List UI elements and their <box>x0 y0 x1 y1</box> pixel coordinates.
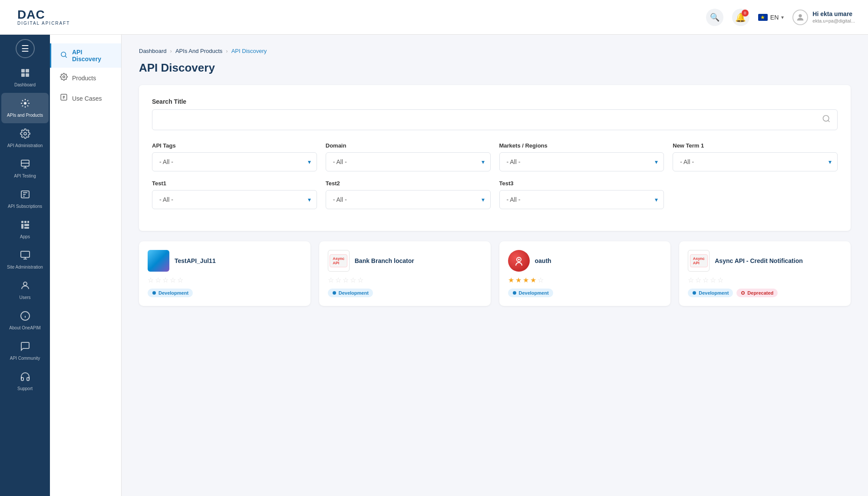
filter-test1-wrap: - All - ▾ <box>152 190 317 209</box>
star-2: ☆ <box>335 276 341 284</box>
sidebar-item-label: API Testing <box>14 174 36 179</box>
sidebar-item-label: Users <box>19 295 30 300</box>
sidebar-item-api-subscriptions[interactable]: API Subscriptions <box>1 184 49 214</box>
sidebar: ☰ Dashboard APIs and Products API Admini… <box>0 35 50 496</box>
sidebar-item-label: Dashboard <box>14 82 36 88</box>
search-input-wrap <box>152 109 838 130</box>
user-email: ekta.u+pa@digital... <box>812 18 855 24</box>
search-icon: 🔍 <box>710 13 719 22</box>
sidebar-item-about[interactable]: About OneAPIM <box>1 305 49 336</box>
api-admin-icon <box>20 128 30 141</box>
chevron-down-icon: ▾ <box>781 14 784 20</box>
sidebar-item-api-administration[interactable]: API Administration <box>1 123 49 154</box>
products-sub-icon <box>60 73 68 83</box>
card-badges: Development <box>508 289 662 297</box>
notifications-button[interactable]: 🔔 0 <box>732 9 749 26</box>
star-1: ☆ <box>688 276 694 284</box>
svg-rect-10 <box>24 221 26 223</box>
filter-test3: Test3 - All - ▾ <box>499 180 664 209</box>
filter-domain-select[interactable]: - All - <box>326 152 491 171</box>
api-subscriptions-icon <box>20 189 30 202</box>
sidebar-item-support[interactable]: Support <box>1 366 49 397</box>
search-title-label: Search Title <box>152 98 838 105</box>
support-icon <box>20 371 30 384</box>
card-title: Bank Branch locator <box>355 257 414 265</box>
star-4: ★ <box>530 276 536 284</box>
filter-test1: Test1 - All - ▾ <box>152 180 317 209</box>
sidebar-item-api-testing[interactable]: API Testing <box>1 154 49 184</box>
card-thumbnail <box>508 250 530 272</box>
top-header: DAC DIGITAL APICRAFT 🔍 🔔 0 ★ EN ▾ Hi ekt… <box>0 0 868 35</box>
filter-markets-select[interactable]: - All - <box>499 152 664 171</box>
filter-test1-select[interactable]: - All - <box>152 190 317 209</box>
community-icon <box>20 341 30 354</box>
sub-sidebar-item-api-discovery[interactable]: API Discovery <box>50 43 121 68</box>
filter-markets-regions-label: Markets / Regions <box>499 142 664 149</box>
card-thumbnail: AsyncAPI <box>688 250 710 272</box>
filter-api-tags: API Tags - All - ▾ <box>152 142 317 171</box>
svg-point-19 <box>63 76 65 78</box>
filter-api-tags-select[interactable]: - All - <box>152 152 317 171</box>
star-2: ★ <box>515 276 521 284</box>
user-name: Hi ekta umare <box>812 10 855 18</box>
star-5: ☆ <box>357 276 363 284</box>
sidebar-item-apps[interactable]: Apps <box>1 214 49 245</box>
sidebar-item-api-community[interactable]: API Community <box>1 336 49 366</box>
sub-sidebar-item-use-cases[interactable]: Use Cases <box>50 88 121 108</box>
svg-rect-4 <box>26 73 29 77</box>
filter-domain-wrap: - All - ▾ <box>326 152 491 171</box>
sidebar-toggle-button[interactable]: ☰ <box>16 39 35 58</box>
logo-text: DAC <box>17 9 70 21</box>
sidebar-item-dashboard[interactable]: Dashboard <box>1 62 49 93</box>
card-top: oauth <box>508 250 662 272</box>
filter-new-term-1-select[interactable]: - All - <box>673 152 838 171</box>
filter-test2-select[interactable]: - All - <box>326 190 491 209</box>
breadcrumb-apis-products[interactable]: APIs And Products <box>175 48 222 54</box>
filter-domain: Domain - All - ▾ <box>326 142 491 171</box>
svg-rect-9 <box>21 221 23 223</box>
sidebar-item-label: Apps <box>20 234 30 240</box>
card-thumbnail <box>148 250 169 272</box>
svg-point-26 <box>513 291 516 295</box>
star-4: ☆ <box>710 276 716 284</box>
search-input-icon <box>822 115 831 125</box>
svg-point-23 <box>333 291 336 295</box>
sidebar-item-site-administration[interactable]: Site Administration <box>1 245 49 275</box>
api-card-testapi-jul11[interactable]: TestAPI_Jul11 ☆ ☆ ☆ ☆ ☆ Development <box>139 241 310 306</box>
api-card-oauth[interactable]: oauth ★ ★ ★ ★ ☆ Development <box>499 241 671 306</box>
user-area[interactable]: Hi ekta umare ekta.u+pa@digital... <box>792 10 855 25</box>
api-card-bank-branch-locator[interactable]: AsyncAPI Bank Branch locator ☆ ☆ ☆ ☆ ☆ D… <box>319 241 491 306</box>
sidebar-item-apis-products[interactable]: APIs and Products <box>1 93 49 123</box>
api-card-async-credit[interactable]: AsyncAPI Async API - Credit Notification… <box>679 241 851 306</box>
card-top: TestAPI_Jul11 <box>148 250 302 272</box>
about-icon <box>20 311 30 324</box>
filter-test3-select[interactable]: - All - <box>499 190 664 209</box>
star-5: ☆ <box>177 276 183 284</box>
notif-badge: 0 <box>742 10 749 16</box>
svg-point-22 <box>152 291 156 295</box>
svg-point-0 <box>799 14 802 17</box>
search-input[interactable] <box>152 109 838 130</box>
badge-development: Development <box>148 289 193 297</box>
filter-test2-wrap: - All - ▾ <box>326 190 491 209</box>
header-search-button[interactable]: 🔍 <box>706 9 723 26</box>
breadcrumb-sep-2: › <box>226 48 228 54</box>
star-2: ☆ <box>155 276 161 284</box>
api-discovery-sub-icon <box>60 51 68 61</box>
star-1: ☆ <box>328 276 334 284</box>
svg-rect-14 <box>24 227 29 229</box>
svg-point-6 <box>24 132 26 135</box>
svg-rect-12 <box>21 224 23 229</box>
star-3: ☆ <box>162 276 168 284</box>
language-selector[interactable]: ★ EN ▾ <box>758 14 784 21</box>
logo-area: DAC DIGITAL APICRAFT <box>13 9 70 26</box>
breadcrumb-dashboard[interactable]: Dashboard <box>139 48 167 54</box>
star-5: ☆ <box>538 276 544 284</box>
lang-label: EN <box>770 14 779 21</box>
async-logo: AsyncAPI <box>330 254 347 267</box>
sidebar-item-users[interactable]: Users <box>1 275 49 305</box>
sub-sidebar-item-products[interactable]: Products <box>50 68 121 88</box>
svg-point-25 <box>518 259 520 260</box>
card-top: AsyncAPI Bank Branch locator <box>328 250 482 272</box>
apis-products-icon <box>20 98 30 111</box>
